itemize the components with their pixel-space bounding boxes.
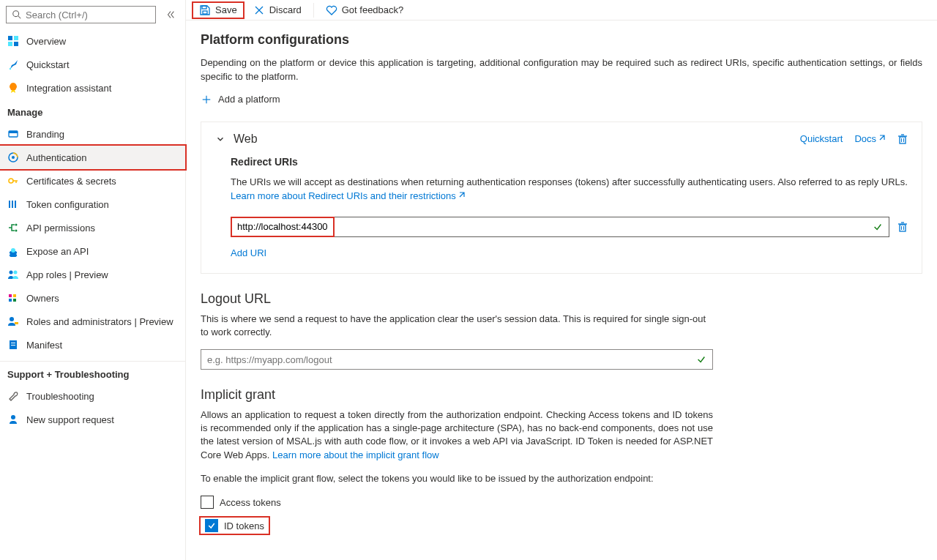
api-permissions-icon bbox=[7, 222, 19, 234]
quickstart-link[interactable]: Quickstart bbox=[800, 133, 843, 144]
svg-point-6 bbox=[10, 68, 11, 70]
access-tokens-checkbox-row[interactable]: Access tokens bbox=[201, 496, 922, 509]
id-tokens-checkbox-row[interactable]: ID tokens bbox=[201, 518, 269, 534]
svg-rect-4 bbox=[8, 42, 12, 46]
quickstart-icon bbox=[7, 59, 19, 70]
platform-card-web: Web Quickstart Docs Redirect URIs The UR… bbox=[201, 122, 922, 274]
sidebar-item-label: Certificates & secrets bbox=[26, 176, 116, 187]
main-content: Save Discard Got feedback? Platform conf… bbox=[186, 0, 937, 560]
sidebar-item-label: Quickstart bbox=[26, 59, 70, 70]
access-tokens-checkbox[interactable] bbox=[201, 496, 214, 509]
toolbar: Save Discard Got feedback? bbox=[186, 0, 937, 20]
svg-rect-25 bbox=[13, 299, 16, 302]
key-icon bbox=[7, 175, 19, 187]
sidebar-item-manifest[interactable]: Manifest bbox=[0, 333, 185, 356]
id-tokens-label: ID tokens bbox=[224, 520, 264, 531]
delete-uri-button[interactable] bbox=[897, 221, 908, 233]
sidebar-item-troubleshooting[interactable]: Troubleshooting bbox=[0, 384, 185, 408]
feedback-button[interactable]: Got feedback? bbox=[320, 1, 410, 19]
redirect-learn-link[interactable]: Learn more about Redirect URIs and their… bbox=[231, 190, 465, 201]
svg-rect-3 bbox=[14, 36, 18, 40]
save-icon bbox=[199, 4, 211, 16]
rocket-icon bbox=[7, 82, 19, 94]
search-input[interactable] bbox=[26, 10, 151, 20]
redirect-uri-input[interactable] bbox=[237, 221, 883, 232]
redirect-uris-desc: The URIs we will accept as destinations … bbox=[231, 175, 908, 204]
id-tokens-checkbox[interactable] bbox=[205, 519, 218, 532]
plus-icon bbox=[201, 94, 212, 105]
sidebar-item-new-support[interactable]: New support request bbox=[0, 408, 185, 431]
sidebar-item-label: Authentication bbox=[26, 152, 86, 163]
logout-url-input[interactable] bbox=[207, 354, 706, 365]
svg-rect-43 bbox=[900, 225, 906, 231]
sidebar-item-label: API permissions bbox=[26, 223, 95, 234]
svg-rect-30 bbox=[11, 345, 15, 346]
svg-point-26 bbox=[10, 317, 14, 321]
sidebar: Overview Quickstart Integration assistan… bbox=[0, 0, 186, 560]
sidebar-item-token-config[interactable]: Token configuration bbox=[0, 193, 185, 216]
sidebar-item-label: Overview bbox=[26, 36, 66, 47]
add-uri-button[interactable]: Add URI bbox=[231, 247, 908, 258]
svg-rect-2 bbox=[8, 36, 12, 40]
feedback-label: Got feedback? bbox=[342, 4, 404, 15]
svg-point-10 bbox=[12, 156, 15, 159]
svg-rect-8 bbox=[9, 131, 18, 133]
svg-rect-27 bbox=[15, 322, 18, 324]
overview-icon bbox=[7, 35, 19, 47]
save-button[interactable]: Save bbox=[192, 1, 244, 19]
sidebar-item-label: Roles and administrators | Preview bbox=[26, 316, 173, 327]
svg-point-11 bbox=[9, 179, 13, 183]
svg-point-21 bbox=[14, 271, 18, 275]
sidebar-item-roles-admins[interactable]: Roles and administrators | Preview bbox=[0, 310, 185, 333]
logout-input-wrapper bbox=[201, 349, 713, 370]
sidebar-item-overview[interactable]: Overview bbox=[0, 29, 185, 53]
sidebar-item-quickstart[interactable]: Quickstart bbox=[0, 53, 185, 76]
redirect-uri-input-wrapper bbox=[231, 217, 889, 237]
support-icon bbox=[7, 414, 19, 425]
discard-label: Discard bbox=[269, 4, 302, 15]
chevron-down-icon[interactable] bbox=[214, 133, 226, 145]
implicit-enable-desc: To enable the implicit grant flow, selec… bbox=[201, 472, 713, 485]
delete-platform-button[interactable] bbox=[897, 133, 908, 145]
discard-button[interactable]: Discard bbox=[247, 1, 307, 19]
sidebar-item-label: Integration assistant bbox=[26, 83, 111, 94]
sidebar-item-app-roles[interactable]: App roles | Preview bbox=[0, 263, 185, 286]
svg-rect-5 bbox=[14, 42, 18, 46]
svg-rect-23 bbox=[13, 294, 16, 297]
collapse-sidebar-button[interactable] bbox=[162, 6, 179, 23]
search-box[interactable] bbox=[6, 6, 156, 23]
sidebar-group-support: Support + Troubleshooting bbox=[0, 361, 185, 384]
manifest-icon bbox=[7, 339, 19, 351]
sidebar-item-authentication[interactable]: Authentication bbox=[0, 146, 185, 169]
sidebar-item-label: Branding bbox=[26, 129, 64, 140]
sidebar-item-label: Troubleshooting bbox=[26, 391, 94, 402]
token-icon bbox=[7, 198, 19, 210]
authentication-icon bbox=[7, 152, 19, 163]
svg-rect-29 bbox=[11, 343, 15, 343]
sidebar-item-integration[interactable]: Integration assistant bbox=[0, 76, 185, 100]
svg-point-0 bbox=[13, 11, 19, 17]
svg-rect-32 bbox=[202, 6, 206, 9]
docs-link[interactable]: Docs bbox=[854, 133, 885, 144]
implicit-learn-link[interactable]: Learn more about the implicit grant flow bbox=[272, 449, 439, 460]
sidebar-item-expose-api[interactable]: Expose an API bbox=[0, 239, 185, 263]
app-roles-icon bbox=[7, 269, 19, 280]
svg-rect-24 bbox=[9, 299, 12, 302]
implicit-title: Implicit grant bbox=[201, 387, 922, 403]
add-platform-button[interactable]: Add a platform bbox=[201, 94, 922, 105]
add-platform-label: Add a platform bbox=[218, 94, 280, 105]
svg-point-20 bbox=[10, 271, 13, 275]
check-icon bbox=[873, 222, 883, 232]
svg-line-1 bbox=[18, 16, 21, 19]
platform-config-desc: Depending on the platform or device this… bbox=[201, 56, 922, 83]
check-icon bbox=[696, 354, 706, 365]
roles-admins-icon bbox=[7, 316, 19, 327]
sidebar-item-certificates[interactable]: Certificates & secrets bbox=[0, 169, 185, 193]
sidebar-item-owners[interactable]: Owners bbox=[0, 286, 185, 310]
sidebar-item-label: Manifest bbox=[26, 340, 62, 351]
sidebar-item-branding[interactable]: Branding bbox=[0, 122, 185, 146]
branding-icon bbox=[7, 128, 19, 140]
sidebar-item-api-permissions[interactable]: API permissions bbox=[0, 216, 185, 239]
implicit-desc: Allows an application to request a token… bbox=[201, 408, 713, 462]
svg-rect-22 bbox=[9, 294, 12, 297]
